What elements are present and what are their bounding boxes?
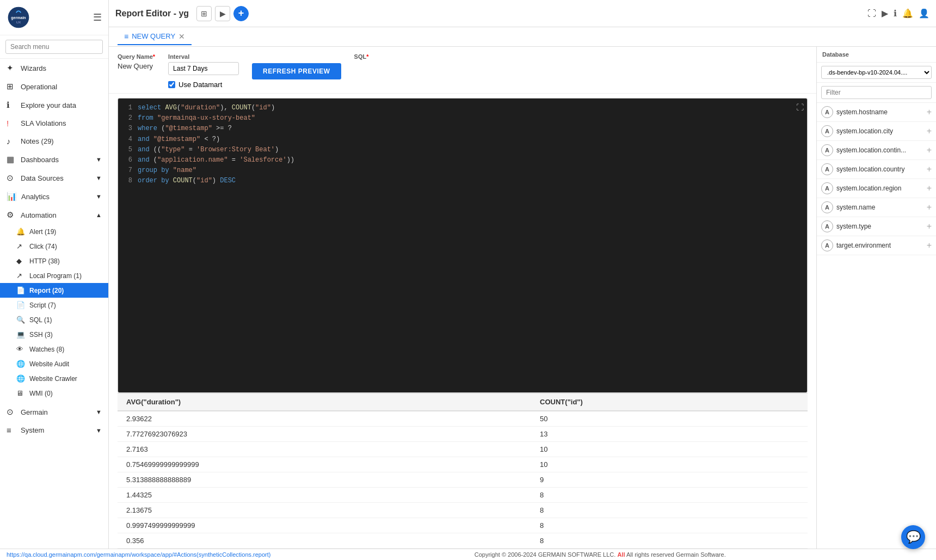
report-icon: 📄 (16, 286, 25, 294)
sub-item-watches[interactable]: 👁 Watches (8) (0, 342, 108, 356)
page-title: Report Editor - yg (115, 9, 189, 19)
add-field-icon[interactable]: + (927, 241, 932, 250)
sidebar-item-notes[interactable]: ♪ Notes (29) (0, 132, 108, 150)
refresh-group: REFRESH PREVIEW (252, 53, 341, 79)
expand-icon[interactable]: ⛶ (867, 9, 876, 19)
db-field-item[interactable]: A system.type + (817, 217, 936, 236)
sidebar-item-explore[interactable]: ℹ Explore your data (0, 96, 108, 114)
sub-item-script[interactable]: 📄 Script (7) (0, 298, 108, 312)
local-program-label: Local Program (1) (29, 272, 82, 280)
sql-label: SQL (1) (29, 316, 52, 324)
sub-item-ssh[interactable]: 💻 SSH (3) (0, 327, 108, 342)
db-field-item[interactable]: A system.location.region + (817, 179, 936, 198)
footer: https://qa.cloud.germainapm.com/germaina… (0, 549, 936, 560)
use-datamart-checkbox[interactable] (168, 81, 175, 88)
add-field-icon[interactable]: + (927, 107, 932, 117)
notification-icon[interactable]: 🔔 (902, 8, 913, 19)
website-crawler-icon: 🌐 (16, 374, 25, 383)
interval-select[interactable]: Last 7 Days Last 30 Days Last 24 Hours C… (168, 62, 239, 75)
automation-arrow: ▲ (96, 212, 102, 218)
sql-line-1: 1 select AVG("duration"), COUNT("id") (122, 103, 803, 113)
sub-item-wmi[interactable]: 🖥 WMI (0) (0, 386, 108, 401)
sub-item-website-audit[interactable]: 🌐 Website Audit (0, 356, 108, 371)
dashboards-icon: ▦ (7, 155, 16, 164)
db-field-item[interactable]: A system.name + (817, 198, 936, 217)
add-field-icon[interactable]: + (927, 126, 932, 136)
db-field-item[interactable]: A system.location.contin... + (817, 141, 936, 160)
play-top-icon[interactable]: ▶ (882, 8, 888, 19)
refresh-preview-button[interactable]: REFRESH PREVIEW (252, 63, 341, 79)
add-field-icon[interactable]: + (927, 202, 932, 212)
sidebar-item-analytics[interactable]: 📊 Analytics ▼ (0, 187, 108, 206)
table-row: 0.99974999999999998 (118, 518, 808, 533)
sub-item-http[interactable]: ◆ HTTP (38) (0, 254, 108, 268)
new-query-tab[interactable]: ≡ NEW QUERY ✕ (118, 29, 192, 45)
search-input[interactable] (5, 40, 103, 54)
query-name-group: Query Name* New Query (118, 53, 155, 70)
sub-item-click[interactable]: ↗ Click (74) (0, 239, 108, 254)
close-tab-icon[interactable]: ✕ (178, 32, 185, 41)
sidebar-item-automation[interactable]: ⚙ Automation ▲ (0, 206, 108, 224)
field-name: system.location.country (836, 165, 923, 173)
sidebar-item-system[interactable]: ≡ System ▼ (0, 421, 108, 439)
add-icon-btn[interactable]: + (233, 6, 249, 21)
db-select[interactable]: .ds-bendev-bp-v10-2024.04.... (821, 66, 932, 79)
sidebar-item-wizards[interactable]: ✦ Wizards (0, 59, 108, 77)
app-container: germain UX ☰ ✦ Wizards ⊞ Operational ℹ (0, 0, 936, 560)
sidebar-item-datasources[interactable]: ⊙ Data Sources ▼ (0, 169, 108, 187)
notes-icon: ♪ (7, 137, 16, 146)
field-type-avatar: A (821, 201, 833, 213)
play-icon-btn[interactable]: ▶ (215, 6, 230, 21)
chat-bubble[interactable]: 💬 (901, 525, 925, 549)
sub-item-sql[interactable]: 🔍 SQL (1) (0, 312, 108, 327)
field-name: system.hostname (836, 108, 923, 116)
click-icon: ↗ (16, 242, 25, 250)
sidebar-item-sla[interactable]: ! SLA Violations (0, 114, 108, 132)
sql-icon: 🔍 (16, 316, 25, 324)
user-icon[interactable]: 👤 (919, 8, 929, 19)
add-field-icon[interactable]: + (927, 145, 932, 155)
editor-results-area: Query Name* New Query Interval Last 7 Da… (109, 47, 936, 549)
system-nav-label: System (21, 426, 44, 434)
local-program-icon: ↗ (16, 272, 25, 280)
hamburger-icon[interactable]: ☰ (93, 11, 102, 23)
add-field-icon[interactable]: + (927, 221, 932, 231)
expand-editor-icon[interactable]: ⛶ (796, 102, 804, 114)
sidebar-item-dashboards[interactable]: ▦ Dashboards ▼ (0, 150, 108, 169)
sql-line-4: 4 and "@timestamp" < ?) (122, 134, 803, 145)
sub-item-alert[interactable]: 🔔 Alert (19) (0, 224, 108, 239)
table-row: 0.7546999999999999910 (118, 457, 808, 472)
db-panel: Database .ds-bendev-bp-v10-2024.04.... A… (816, 47, 936, 549)
add-field-icon[interactable]: + (927, 164, 932, 174)
sub-item-report[interactable]: 📄 Report (20) (0, 283, 108, 298)
field-name: system.location.contin... (836, 146, 923, 154)
sql-editor[interactable]: 1 select AVG("duration"), COUNT("id") 2 … (118, 99, 807, 392)
grid-icon-btn[interactable]: ⊞ (196, 6, 212, 21)
sidebar-item-germain[interactable]: ⊙ Germain ▼ (0, 403, 108, 421)
db-field-item[interactable]: A target.environment + (817, 236, 936, 255)
explore-icon: ℹ (7, 100, 16, 110)
sla-icon: ! (7, 119, 16, 128)
ssh-icon: 💻 (16, 330, 25, 339)
sidebar-item-operational[interactable]: ⊞ Operational (0, 77, 108, 96)
db-select-row: .ds-bendev-bp-v10-2024.04.... (817, 63, 936, 83)
info-icon[interactable]: ℹ (894, 8, 897, 19)
db-field-item[interactable]: A system.hostname + (817, 103, 936, 122)
main-layout: germain UX ☰ ✦ Wizards ⊞ Operational ℹ (0, 0, 936, 549)
table-row: 7.7727692307692313 (118, 427, 808, 442)
alert-icon: 🔔 (16, 227, 25, 236)
sub-item-local-program[interactable]: ↗ Local Program (1) (0, 268, 108, 283)
db-filter-input[interactable] (821, 86, 932, 99)
wmi-label: WMI (0) (29, 390, 53, 397)
add-field-icon[interactable]: + (927, 183, 932, 193)
db-field-item[interactable]: A system.location.city + (817, 122, 936, 141)
db-field-item[interactable]: A system.location.country + (817, 160, 936, 179)
sub-item-website-crawler[interactable]: 🌐 Website Crawler (0, 371, 108, 386)
field-name: system.location.region (836, 184, 923, 192)
field-name: target.environment (836, 242, 923, 249)
field-type-avatar: A (821, 163, 833, 175)
script-icon: 📄 (16, 301, 25, 309)
field-name: system.location.city (836, 127, 923, 135)
report-label: Report (20) (29, 287, 64, 294)
tab-bar: ≡ NEW QUERY ✕ (109, 27, 936, 47)
